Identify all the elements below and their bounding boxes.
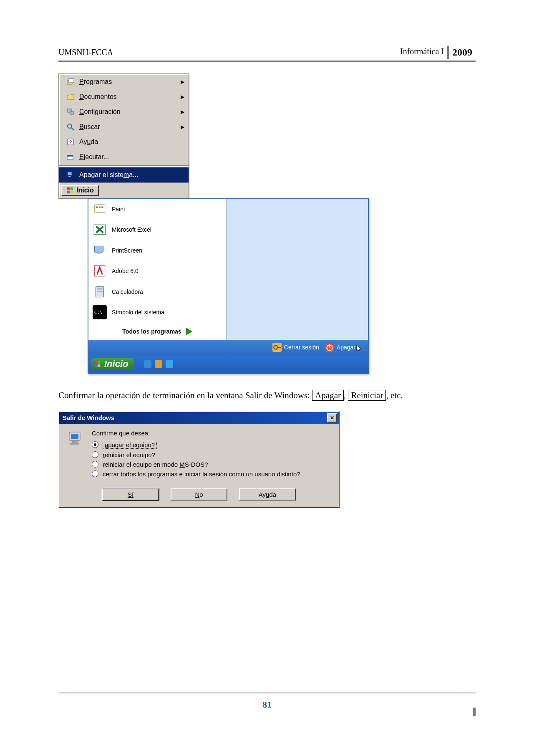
svg-rect-35 [94, 361, 97, 364]
svg-rect-18 [96, 206, 98, 208]
xp-start-button[interactable]: Inicio [91, 358, 134, 370]
xp-program-label: Símbolo del sistema [112, 309, 164, 316]
menu-label: Apagar el sistema... [79, 171, 138, 179]
svg-marker-34 [357, 345, 361, 352]
radio-icon [92, 441, 98, 448]
xp-program-paint[interactable]: Paint [88, 199, 226, 220]
svg-rect-10 [67, 155, 73, 157]
xp-program-printscreen[interactable]: PrintScreen [88, 240, 226, 261]
cursor-icon [356, 345, 362, 352]
svg-rect-19 [99, 206, 101, 208]
radio-option-msdos[interactable]: reiniciar el equipo en modo MS-DOS? [92, 461, 331, 468]
radio-label: cerrar todos los programas e iniciar la … [103, 470, 300, 478]
xp-program-adobe[interactable]: Adobe 6.0 [88, 261, 226, 282]
xp-program-cmd[interactable]: C:\_ Símbolo del sistema [88, 302, 226, 323]
body-text-part: Confirmar la operación de terminación en… [58, 390, 312, 400]
classic-start-button[interactable]: Inicio [61, 185, 99, 196]
dialog-yes-button[interactable]: Sí [102, 488, 159, 501]
dialog-computer-icon [67, 430, 85, 480]
menu-item-apagar-sistema[interactable]: Apagar el sistema... [59, 167, 189, 182]
svg-point-5 [68, 124, 72, 128]
svg-rect-40 [71, 434, 78, 439]
menu-label: Ayuda [79, 138, 98, 146]
menu-item-ayuda[interactable]: ? Ayuda [59, 134, 189, 149]
radio-option-cerrar-sesion[interactable]: cerrar todos los programas e iniciar la … [92, 470, 331, 478]
run-icon [66, 152, 75, 162]
xp-shutdown-button[interactable]: Apagar [325, 342, 362, 352]
svg-rect-41 [72, 441, 78, 443]
menu-label: Ejecutar... [79, 153, 109, 161]
menu-label: Configuración [79, 108, 121, 116]
power-icon [325, 343, 334, 352]
xp-logoff-button[interactable]: Cerrar sesión [272, 343, 319, 352]
settings-icon [66, 107, 75, 116]
svg-rect-42 [70, 443, 79, 445]
tray-icon[interactable] [155, 360, 162, 368]
radio-label: apagar el equipo? [103, 441, 157, 449]
classic-start-menu: Programas ▶ Documentos ▶ Configuración ▶… [58, 73, 189, 199]
svg-rect-23 [97, 252, 101, 254]
key-icon [272, 343, 282, 352]
xp-programs-column: Paint Microsoft Excel PrintScreen [88, 199, 226, 340]
xp-places-column [226, 199, 368, 340]
search-icon [66, 122, 75, 131]
radio-icon [92, 451, 98, 458]
menu-item-buscar[interactable]: Buscar ▶ [59, 119, 189, 134]
xp-program-excel[interactable]: Microsoft Excel [88, 220, 226, 240]
programs-icon [66, 77, 75, 86]
xp-program-label: Adobe 6.0 [112, 268, 139, 274]
page-number: 81 [0, 699, 534, 710]
menu-item-programas[interactable]: Programas ▶ [59, 74, 189, 89]
header-course: Informática I [397, 46, 447, 59]
cmd-icon: C:\_ [93, 305, 107, 319]
documents-icon [66, 92, 75, 101]
svg-marker-2 [67, 94, 74, 99]
radio-option-reiniciar[interactable]: reiniciar el equipo? [92, 451, 331, 458]
header-institution: UMSNH-FCCA [58, 48, 113, 57]
dialog-prompt: Confirme que desea: [92, 430, 331, 437]
xp-logoff-label: Cerrar sesión [284, 344, 319, 351]
menu-item-ejecutar[interactable]: Ejecutar... [59, 149, 189, 164]
dialog-help-button[interactable]: Ayuda [239, 488, 296, 501]
svg-rect-14 [71, 187, 73, 190]
dialog-close-button[interactable]: ✕ [327, 413, 337, 422]
dialog-title-text: Salir de Windows [63, 414, 114, 421]
footer-rule [58, 693, 476, 693]
svg-rect-17 [94, 205, 105, 212]
printscreen-icon [93, 243, 107, 258]
submenu-arrow-icon: ▶ [181, 79, 184, 85]
tray-icon[interactable] [166, 360, 173, 368]
radio-option-apagar[interactable]: apagar el equipo? [92, 441, 331, 449]
xp-program-label: Paint [112, 206, 125, 212]
svg-rect-29 [101, 291, 103, 292]
menu-label: Buscar [79, 123, 100, 131]
xp-all-programs[interactable]: Todos los programas [88, 323, 226, 340]
radio-label: reiniciar el equipo? [103, 451, 155, 458]
dialog-titlebar: Salir de Windows ✕ [59, 412, 339, 424]
menu-item-documentos[interactable]: Documentos ▶ [59, 89, 189, 104]
xp-taskbar: Inicio [88, 355, 368, 373]
submenu-arrow-icon: ▶ [181, 94, 184, 100]
xp-start-panel: Paint Microsoft Excel PrintScreen [88, 198, 369, 374]
adobe-icon [93, 264, 107, 278]
svg-rect-20 [101, 206, 103, 208]
menu-label: Programas [79, 78, 112, 86]
radio-icon [92, 470, 98, 477]
menu-item-configuracion[interactable]: Configuración ▶ [59, 104, 189, 119]
svg-rect-37 [94, 364, 97, 367]
xp-program-label: PrintScreen [112, 247, 142, 254]
xp-all-programs-label: Todos los programas [122, 328, 181, 335]
svg-rect-4 [70, 111, 73, 115]
dialog-no-button[interactable]: No [171, 488, 227, 501]
tray-icon[interactable] [144, 360, 151, 368]
xp-program-label: Microsoft Excel [112, 226, 151, 233]
svg-rect-36 [98, 361, 100, 364]
svg-line-6 [71, 128, 74, 130]
help-icon: ? [66, 137, 75, 147]
page-header: UMSNH-FCCA Informática I 2009 [58, 46, 476, 62]
exit-windows-dialog: Salir de Windows ✕ Confirme que desea: a… [58, 411, 340, 508]
excel-icon [93, 223, 107, 237]
keycap-apagar: Apagar [312, 390, 344, 401]
svg-rect-38 [98, 364, 100, 367]
xp-program-calculadora[interactable]: Calculadora [88, 281, 226, 302]
